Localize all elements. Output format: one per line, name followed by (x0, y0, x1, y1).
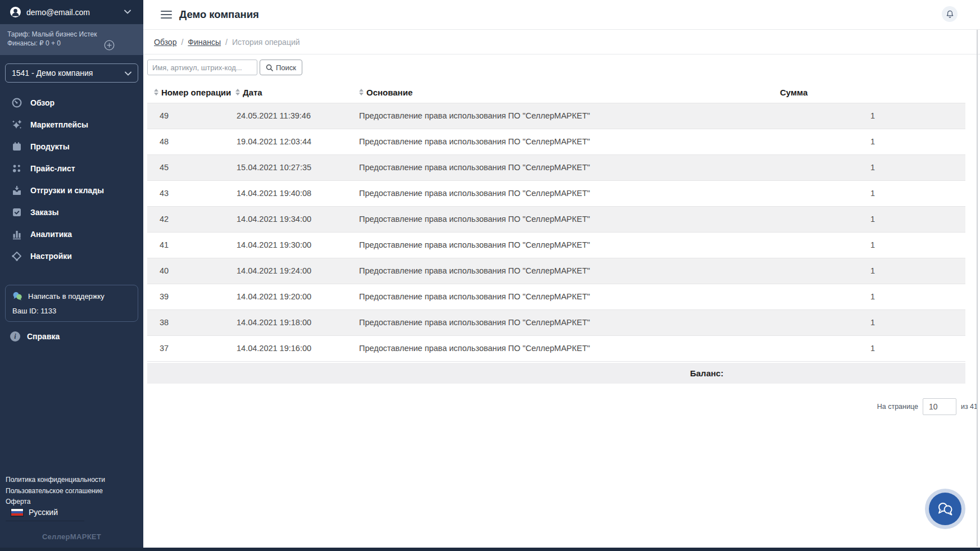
sidebar-item-orders[interactable]: Заказы (0, 201, 143, 223)
sidebar: demo@email.com Тариф: Малый бизнес Истек… (0, 0, 143, 551)
cell-amount: 1 (780, 335, 965, 361)
sidebar-item-label: Продукты (30, 142, 70, 151)
sidebar-nav: Обзор Маркетплейсы Продукты Прайс-лист О… (0, 92, 143, 267)
sidebar-item-shipments[interactable]: Отгрузки и склады (0, 179, 143, 201)
products-icon (11, 141, 22, 152)
privacy-policy-link[interactable]: Политика конфиденциальности (6, 475, 105, 486)
total-pages-text: из 41 (961, 403, 978, 411)
sidebar-item-label: Обзор (30, 98, 55, 107)
cell-number: 48 (147, 129, 235, 154)
pagination: На странице из 41 (147, 398, 978, 415)
balance-label: Баланс: (147, 368, 723, 378)
orders-icon (11, 207, 22, 218)
column-header-operation-number[interactable]: Номер операции (147, 82, 235, 103)
cell-reason: Предоставление права использования ПО "С… (359, 154, 780, 180)
cell-number: 41 (147, 232, 235, 258)
cell-amount: 1 (780, 154, 965, 180)
cell-amount: 1 (780, 309, 965, 335)
offer-link[interactable]: Оферта (6, 497, 105, 508)
search-button[interactable]: Поиск (260, 60, 302, 75)
column-header-amount: Сумма (780, 82, 965, 103)
balance-row: Баланс: (147, 363, 965, 384)
support-box[interactable]: Написать в поддержку Ваш ID: 1133 (5, 285, 138, 322)
sidebar-item-help[interactable]: i Справка (0, 328, 143, 345)
per-page-input[interactable] (923, 398, 956, 415)
hamburger-menu-icon[interactable] (161, 11, 172, 19)
help-label: Справка (27, 332, 60, 341)
table-row: 38 14.04.2021 19:18:00 Предоставление пр… (147, 309, 965, 335)
cell-amount: 1 (780, 206, 965, 232)
sidebar-item-label: Прайс-лист (30, 164, 75, 173)
cell-amount: 1 (780, 232, 965, 258)
cell-number: 37 (147, 335, 235, 361)
table-row: 37 14.04.2021 19:16:00 Предоставление пр… (147, 335, 965, 361)
chevron-down-icon (125, 71, 131, 76)
sidebar-item-overview[interactable]: Обзор (0, 92, 143, 113)
chat-fab-button[interactable] (925, 489, 965, 529)
sidebar-item-products[interactable]: Продукты (0, 135, 143, 157)
cell-amount: 1 (780, 180, 965, 206)
tariff-text: Тариф: Малый бизнес Истек (7, 30, 143, 39)
cell-reason: Предоставление права использования ПО "С… (359, 309, 780, 335)
sort-icon (154, 89, 158, 95)
cell-date: 24.05.2021 11:39:46 (235, 103, 359, 129)
settings-icon (11, 251, 22, 262)
language-label: Русский (29, 508, 58, 517)
cell-reason: Предоставление права использования ПО "С… (359, 129, 780, 154)
table-row: 45 15.04.2021 10:27:35 Предоставление пр… (147, 154, 965, 180)
analytics-icon (11, 229, 22, 240)
sidebar-item-price-list[interactable]: Прайс-лист (0, 157, 143, 179)
topbar: Демо компания (143, 0, 980, 30)
price-list-icon (11, 163, 22, 174)
russia-flag-icon (11, 508, 24, 517)
cell-number: 38 (147, 309, 235, 335)
notifications-button[interactable] (942, 6, 958, 22)
breadcrumb: Обзор / Финансы / История операций (143, 30, 980, 54)
add-funds-button[interactable] (104, 40, 115, 51)
shipments-icon (11, 185, 22, 196)
content: Поиск Номер операции Дата Основание Сумм… (143, 54, 980, 551)
info-icon: i (10, 331, 20, 341)
column-header-reason[interactable]: Основание (359, 82, 780, 103)
cell-reason: Предоставление права использования ПО "С… (359, 206, 780, 232)
sidebar-item-analytics[interactable]: Аналитика (0, 223, 143, 245)
table-row: 43 14.04.2021 19:40:08 Предоставление пр… (147, 180, 965, 206)
cell-number: 43 (147, 180, 235, 206)
user-avatar-icon (10, 7, 21, 17)
table-row: 39 14.04.2021 19:20:00 Предоставление пр… (147, 284, 965, 309)
sidebar-item-label: Отгрузки и склады (30, 186, 104, 195)
language-selector[interactable]: Русский (6, 508, 84, 521)
breadcrumb-overview[interactable]: Обзор (154, 38, 176, 47)
cell-reason: Предоставление права использования ПО "С… (359, 103, 780, 129)
table-row: 41 14.04.2021 19:30:00 Предоставление пр… (147, 232, 965, 258)
gauge-icon (11, 97, 22, 108)
account-menu[interactable]: demo@email.com (0, 0, 143, 24)
sort-icon (235, 89, 240, 95)
sidebar-item-marketplaces[interactable]: Маркетплейсы (0, 113, 143, 135)
cell-number: 49 (147, 103, 235, 129)
table-row: 48 19.04.2021 12:03:44 Предоставление пр… (147, 129, 965, 154)
search-row: Поиск (147, 60, 980, 75)
scrollbar-track[interactable] (977, 30, 978, 547)
tariff-panel: Тариф: Малый бизнес Истек Финансы: ₽ 0 +… (0, 24, 143, 55)
company-select-value: 1541 - Демо компания (12, 69, 93, 78)
sidebar-item-label: Заказы (30, 208, 58, 217)
support-label: Написать в поддержку (28, 292, 105, 300)
breadcrumb-current: История операций (232, 38, 300, 47)
finance-text: Финансы: ₽ 0 + 0 (7, 39, 143, 48)
bottom-bar (0, 548, 980, 551)
search-input[interactable] (147, 60, 257, 75)
table-row: 42 14.04.2021 19:34:00 Предоставление пр… (147, 206, 965, 232)
sidebar-footer: Политика конфиденциальности Пользователь… (6, 475, 105, 508)
table-row: 49 24.05.2021 11:39:46 Предоставление пр… (147, 103, 965, 129)
operations-table-body: 49 24.05.2021 11:39:46 Предоставление пр… (147, 103, 965, 361)
column-header-date[interactable]: Дата (235, 82, 359, 103)
breadcrumb-finances[interactable]: Финансы (188, 38, 221, 47)
sidebar-item-settings[interactable]: Настройки (0, 245, 143, 267)
user-agreement-link[interactable]: Пользовательское соглашение (6, 486, 105, 497)
cell-date: 14.04.2021 19:34:00 (235, 206, 359, 232)
cell-number: 42 (147, 206, 235, 232)
company-select[interactable]: 1541 - Демо компания (5, 63, 138, 83)
operations-table: Номер операции Дата Основание Сумма 49 2… (147, 82, 965, 362)
cell-date: 14.04.2021 19:40:08 (235, 180, 359, 206)
